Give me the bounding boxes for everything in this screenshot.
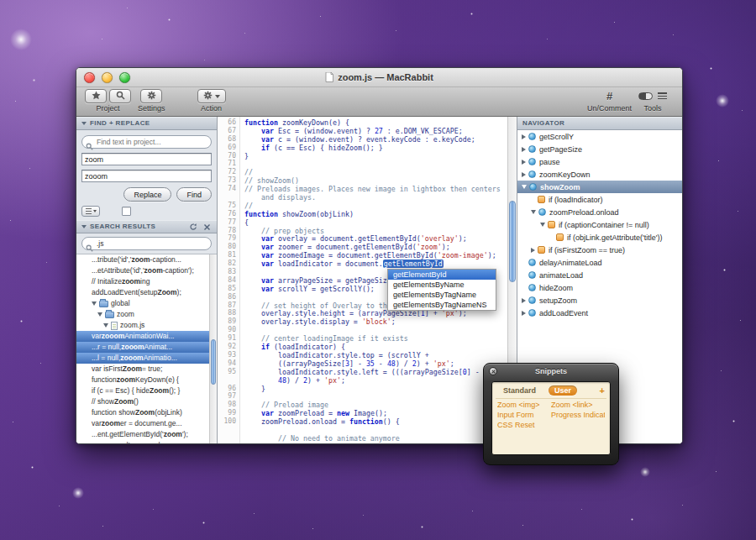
- snippet-item[interactable]: Zoom <img>: [497, 401, 551, 409]
- code-line[interactable]: [244, 160, 517, 168]
- search-result-row[interactable]: ...tribute('id','zoom-caption...: [76, 254, 217, 265]
- disclosure-triangle[interactable]: [97, 312, 102, 317]
- navigator-item[interactable]: showZoom: [517, 181, 682, 193]
- code-line[interactable]: [244, 326, 517, 334]
- search-result-row[interactable]: global: [76, 298, 217, 309]
- action-button[interactable]: [197, 89, 226, 103]
- scrollbar-thumb[interactable]: [211, 339, 216, 385]
- results-filter-input[interactable]: [97, 238, 207, 249]
- replace-input[interactable]: [81, 170, 212, 182]
- code-line[interactable]: }: [244, 385, 517, 393]
- code-line[interactable]: var Esc = (window.event) ? 27 : e.DOM_VK…: [244, 127, 517, 135]
- close-button[interactable]: [84, 72, 95, 83]
- navigator-item[interactable]: addLoadEvent: [517, 307, 682, 319]
- code-editor[interactable]: 6667686970717273747576777879808182838485…: [218, 117, 517, 443]
- settings-button[interactable]: [140, 89, 162, 103]
- code-line[interactable]: loadIndicator.style.top = (scrollY +: [244, 351, 517, 359]
- disclosure-triangle[interactable]: [81, 122, 87, 125]
- navigator-item[interactable]: if (objLink.getAttribute('title')): [517, 231, 682, 244]
- disclosure-triangle[interactable]: [522, 298, 526, 303]
- code-line[interactable]: function showZoom(objLink): [244, 210, 517, 218]
- search-option-checkbox[interactable]: [122, 207, 131, 216]
- code-line[interactable]: // No need to animate anymore: [244, 434, 517, 443]
- results-scrollbar[interactable]: [209, 254, 217, 443]
- code-line[interactable]: // center loadingImage if it exists: [244, 334, 517, 343]
- code-line[interactable]: loadIndicator.style.left = (((arrayPageS…: [244, 368, 517, 376]
- find-button[interactable]: Find: [176, 187, 212, 202]
- search-result-row[interactable]: var isFirstZoom = true;: [76, 364, 217, 375]
- search-options-dropdown[interactable]: [81, 206, 100, 217]
- disclosure-triangle[interactable]: [522, 311, 526, 316]
- palette-titlebar[interactable]: Snippets: [484, 364, 618, 378]
- search-result-row[interactable]: ...etAttribute('id','zoom-caption');: [76, 265, 217, 276]
- code-line[interactable]: // prep objects: [244, 227, 517, 235]
- code-line[interactable]: var loadIndicator = document.getElementB…: [244, 260, 517, 268]
- search-result-row[interactable]: function showZoom(objLink): [76, 407, 217, 418]
- code-line[interactable]: // showZoom(): [244, 176, 517, 185]
- code-line[interactable]: {: [244, 218, 517, 227]
- minimize-button[interactable]: [102, 72, 113, 83]
- code-line[interactable]: [244, 426, 517, 434]
- search-result-row[interactable]: if (c == Esc) { hideZoom(); }: [76, 385, 217, 396]
- disclosure-triangle[interactable]: [522, 172, 526, 177]
- code-line[interactable]: //: [244, 168, 517, 176]
- list-icon[interactable]: [658, 92, 667, 100]
- refresh-icon[interactable]: [188, 222, 198, 232]
- autocomplete-item[interactable]: getElementsByTagNameNS: [388, 300, 496, 310]
- code-line[interactable]: //: [244, 202, 517, 210]
- navigator-item[interactable]: getPageSize: [517, 143, 682, 155]
- clear-icon[interactable]: [202, 222, 212, 232]
- code-line[interactable]: // Preloads images. Places new image in …: [244, 185, 517, 193]
- toggle-switch-icon[interactable]: [638, 92, 653, 100]
- disclosure-triangle[interactable]: [522, 134, 526, 139]
- code-line[interactable]: function zoomKeyDown(e) {: [244, 118, 517, 127]
- find-input[interactable]: [81, 153, 212, 165]
- code-line[interactable]: }: [244, 152, 517, 160]
- navigator-item[interactable]: setupZoom: [517, 294, 682, 307]
- disclosure-triangle[interactable]: [540, 223, 545, 227]
- snippet-item[interactable]: Progress Indicator: [551, 411, 605, 419]
- navigator-item[interactable]: if (isFirstZoom == true): [517, 244, 682, 256]
- navigator-item[interactable]: if (captionContainer != null): [517, 218, 682, 231]
- project-search-button[interactable]: [109, 89, 131, 103]
- navigator-item[interactable]: if (loadIndicator): [517, 193, 682, 206]
- search-result-row[interactable]: zoom.js: [76, 320, 217, 331]
- disclosure-triangle[interactable]: [522, 147, 526, 152]
- search-result-row[interactable]: var zooomAnimationWai...: [76, 331, 217, 342]
- project-search-input[interactable]: [97, 136, 207, 148]
- code-line[interactable]: var zoomedImage = document.getElementByI…: [244, 251, 517, 260]
- code-line[interactable]: if (c == Esc) { hideZoom(); }: [244, 144, 517, 152]
- code-line[interactable]: var c = (window.event) ? event.keyCode :…: [244, 135, 517, 144]
- navigator-item[interactable]: animateLoad: [517, 269, 682, 281]
- search-result-row[interactable]: ...ent.getElementById('zoom');: [76, 429, 217, 440]
- snippet-item[interactable]: Input Form: [497, 411, 551, 419]
- snippet-item[interactable]: CSS Reset: [497, 421, 605, 429]
- snippets-tab-standard[interactable]: Standard: [497, 385, 542, 396]
- scrollbar-thumb[interactable]: [509, 201, 516, 282]
- code-line[interactable]: ((arrayPageSize[3] - 35 - 48) / 2) + 'px…: [244, 359, 517, 368]
- autocomplete-item[interactable]: getElementsByName: [388, 280, 496, 290]
- search-result-row[interactable]: zoom: [76, 309, 217, 320]
- code-line[interactable]: var zoomer = document.getElementById('zo…: [244, 243, 517, 251]
- add-snippet-button[interactable]: +: [600, 386, 605, 396]
- search-result-row[interactable]: ...l = null, zooomAnimatio...: [76, 353, 217, 364]
- navigator-item[interactable]: hideZoom: [517, 281, 682, 294]
- snippet-item[interactable]: Zoom <link>: [551, 401, 605, 409]
- results-filter-field[interactable]: [81, 237, 212, 250]
- search-result-row[interactable]: function zoomKeyDown(e) {: [76, 375, 217, 385]
- disclosure-triangle[interactable]: [531, 248, 535, 253]
- search-results-header[interactable]: SEARCH RESULTS: [76, 220, 217, 233]
- code-line[interactable]: if (loadIndicator) {: [244, 343, 517, 351]
- snippets-tab-user[interactable]: User: [549, 385, 577, 396]
- code-line[interactable]: // Preload image: [244, 401, 517, 409]
- navigator-item[interactable]: delayAnimateLoad: [517, 256, 682, 269]
- zoom-window-button[interactable]: [119, 72, 130, 83]
- autocomplete-item[interactable]: getElementsByTagName: [388, 290, 496, 300]
- uncomment-button[interactable]: #: [606, 89, 612, 103]
- disclosure-triangle[interactable]: [531, 210, 536, 214]
- code-line[interactable]: var overlay = document.getElementById('o…: [244, 234, 517, 243]
- disclosure-triangle[interactable]: [92, 301, 97, 306]
- project-star-button[interactable]: [85, 89, 107, 103]
- replace-button[interactable]: Replace: [123, 187, 171, 202]
- disclosure-triangle[interactable]: [522, 160, 526, 165]
